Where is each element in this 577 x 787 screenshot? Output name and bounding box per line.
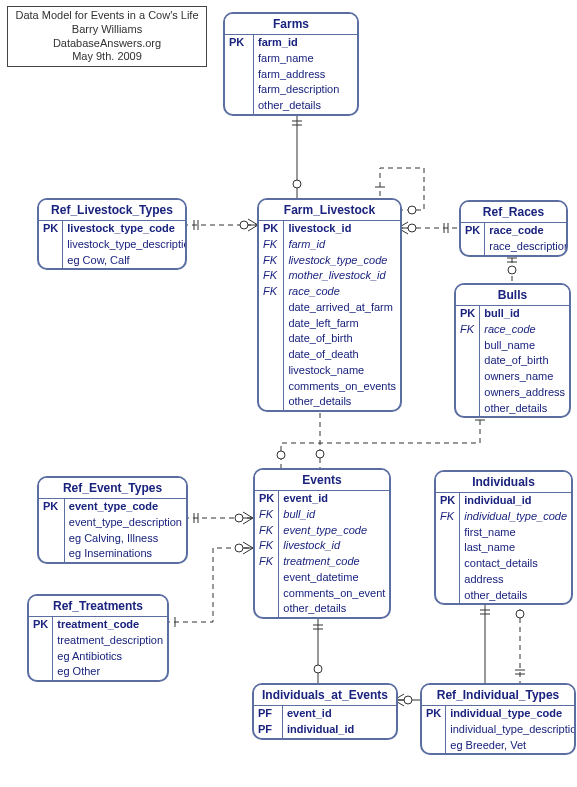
attr-cell: other_details <box>460 588 571 604</box>
attr-cell: livestock_type_code <box>63 221 187 237</box>
entity-title: Ref_Livestock_Types <box>39 200 185 221</box>
entity-title: Ref_Races <box>461 202 566 223</box>
attr-cell: address <box>460 572 571 588</box>
svg-point-23 <box>408 224 416 232</box>
entity-ref-individual-types: Ref_Individual_TypesPKindividual_type_co… <box>420 683 576 755</box>
key-cell: PK <box>39 221 63 237</box>
attr-cell: individual_type_code <box>460 509 571 525</box>
attr-cell: farm_address <box>254 67 358 83</box>
key-cell <box>436 556 460 572</box>
svg-point-45 <box>314 665 322 673</box>
info-site: DatabaseAnswers.org <box>14 37 200 51</box>
key-cell: PK <box>259 221 284 237</box>
attr-cell: eg Cow, Calf <box>63 253 187 269</box>
attr-cell: race_code <box>480 322 569 338</box>
key-cell <box>255 601 279 617</box>
attr-cell: race_description <box>485 239 568 255</box>
attr-cell: farm_id <box>284 237 400 253</box>
svg-point-35 <box>277 451 285 459</box>
key-cell: PK <box>225 35 254 51</box>
key-cell <box>259 394 284 410</box>
attr-cell: date_of_death <box>284 347 400 363</box>
key-cell: FK <box>436 509 460 525</box>
svg-point-29 <box>508 266 516 274</box>
entity-farm-livestock: Farm_LivestockPKlivestock_idFKfarm_idFKl… <box>257 198 402 412</box>
attr-cell: race_code <box>284 284 400 300</box>
attr-cell: comments_on_events <box>284 379 400 395</box>
attr-cell: treatment_description <box>53 633 167 649</box>
key-cell <box>456 338 480 354</box>
attr-cell: other_details <box>279 601 390 617</box>
attr-cell: farm_description <box>254 82 358 98</box>
attr-cell: farm_id <box>254 35 358 51</box>
key-cell: PF <box>254 706 283 722</box>
attr-cell: eg Breeder, Vet <box>446 738 576 754</box>
attr-cell: livestock_type_code <box>284 253 400 269</box>
key-cell: PK <box>255 491 279 507</box>
key-cell <box>29 633 53 649</box>
diagram-info-box: Data Model for Events in a Cow's Life Ba… <box>7 6 207 67</box>
attr-cell: contact_details <box>460 556 571 572</box>
key-cell <box>456 353 480 369</box>
key-cell <box>456 385 480 401</box>
attr-cell: livestock_id <box>279 538 390 554</box>
attr-cell: other_details <box>254 98 358 114</box>
key-cell <box>29 649 53 665</box>
key-cell <box>436 588 460 604</box>
entity-title: Individuals_at_Events <box>254 685 396 706</box>
key-cell <box>225 82 254 98</box>
attr-cell: mother_livestock_id <box>284 268 400 284</box>
info-date: May 9th. 2009 <box>14 50 200 64</box>
attr-cell: treatment_code <box>279 554 390 570</box>
key-cell: FK <box>259 253 284 269</box>
entity-individuals: IndividualsPKindividual_idFKindividual_t… <box>434 470 573 605</box>
attr-cell: event_type_code <box>279 523 390 539</box>
svg-point-48 <box>404 696 412 704</box>
attr-cell: treatment_code <box>53 617 167 633</box>
attr-cell: event_id <box>283 706 397 722</box>
entity-title: Events <box>255 470 389 491</box>
attr-cell: individual_type_code <box>446 706 576 722</box>
attr-cell: event_type_description <box>64 515 186 531</box>
key-cell <box>225 51 254 67</box>
attr-cell: owners_name <box>480 369 569 385</box>
attr-cell: livestock_id <box>284 221 400 237</box>
attr-cell: livestock_name <box>284 363 400 379</box>
key-cell <box>29 664 53 680</box>
key-cell: PK <box>456 306 480 322</box>
entity-ref-event-types: Ref_Event_TypesPKevent_type_code event_t… <box>37 476 188 564</box>
key-cell <box>456 401 480 417</box>
entity-individuals-at-events: Individuals_at_EventsPFevent_idPFindivid… <box>252 683 398 740</box>
attr-cell: bull_name <box>480 338 569 354</box>
attr-cell: eg Other <box>53 664 167 680</box>
attr-cell: first_name <box>460 525 571 541</box>
svg-point-39 <box>235 514 243 522</box>
key-cell: PK <box>29 617 53 633</box>
key-cell: FK <box>255 538 279 554</box>
attr-cell: last_name <box>460 540 571 556</box>
svg-point-19 <box>240 221 248 229</box>
key-cell: PF <box>254 722 283 738</box>
key-cell <box>422 722 446 738</box>
key-cell <box>39 253 63 269</box>
key-cell: FK <box>255 507 279 523</box>
entity-ref-treatments: Ref_TreatmentsPKtreatment_code treatment… <box>27 594 169 682</box>
entity-title: Ref_Treatments <box>29 596 167 617</box>
attr-cell: event_type_code <box>64 499 186 515</box>
attr-cell: event_id <box>279 491 390 507</box>
svg-point-20 <box>408 206 416 214</box>
key-cell: FK <box>456 322 480 338</box>
key-cell <box>255 570 279 586</box>
key-cell: PK <box>461 223 485 239</box>
svg-point-33 <box>316 450 324 458</box>
entity-title: Ref_Event_Types <box>39 478 186 499</box>
entity-ref-races: Ref_RacesPKrace_code race_description <box>459 200 568 257</box>
key-cell <box>436 525 460 541</box>
svg-point-50 <box>516 610 524 618</box>
key-cell <box>39 531 64 547</box>
attr-cell: individual_id <box>460 493 571 509</box>
entity-title: Farm_Livestock <box>259 200 400 221</box>
key-cell <box>225 67 254 83</box>
key-cell <box>39 546 64 562</box>
key-cell <box>259 316 284 332</box>
